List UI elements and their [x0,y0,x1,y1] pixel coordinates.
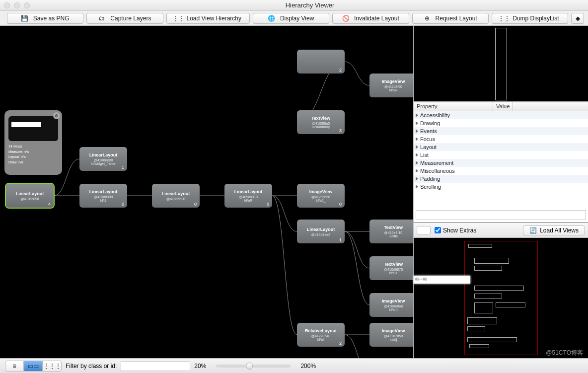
hierarchy-node[interactable]: LinearLayout@413d0390id/dl0 [79,184,127,208]
tooltip-layout: Layout: n/a [8,154,58,160]
view-mode-grid[interactable]: ⋮⋮⋮ [43,361,62,372]
capture-layers-button[interactable]: 🗂Capture Layers [86,13,163,24]
property-panel: Property Value AccessibilityDrawingEvent… [414,101,588,223]
tooltip-views: 14 views [8,144,58,149]
dump-displaylist-button[interactable]: ⋮⋮Dump DisplayList [492,13,568,24]
wf-rect [474,286,524,291]
view-mode-segment: ≡ ▭▭ ⋮⋮⋮ [5,361,62,372]
capture-layers-label: Capture Layers [110,15,151,22]
status-bar: ≡ ▭▭ ⋮⋮⋮ Filter by class or id: 20% 200% [0,358,588,373]
titlebar: Hierarchy Viewer [0,0,588,11]
load-hierarchy-label: Load View Hierarchy [187,15,242,22]
invalidate-layout-label: Invalidate Layout [354,15,399,22]
layers-icon: 🗂 [98,15,105,22]
save-png-label: Save as PNG [33,15,70,22]
hierarchy-node[interactable]: TextView@4108f8a0id/summary3 [297,110,345,134]
property-group[interactable]: Accessibility [414,111,588,119]
hierarchy-node[interactable]: LinearLayout@4160ee88id/widget_frame1 [79,147,127,171]
filter-input[interactable] [121,361,190,371]
tooltip-close-icon[interactable]: ⊗ [53,112,60,119]
load-all-views-label: Load All Views [540,227,579,234]
zoom-thumb[interactable] [246,363,253,370]
hierarchy-canvas[interactable]: ⊗ 14 views Measure: n/a Layout: n/a Draw… [0,26,413,358]
property-group[interactable]: List [414,151,588,159]
show-extras-input[interactable] [435,227,441,233]
list-icon: ⋮⋮ [501,15,508,22]
minimize-icon[interactable] [14,2,20,8]
zoom-max-label: 200% [300,363,316,370]
edges-overlay [0,26,413,358]
wf-rect [474,266,502,271]
tooltip-draw: Draw: n/a [8,160,58,165]
hierarchy-node[interactable]: LinearLayout@416dcb300 [152,184,200,208]
node-tooltip: ⊗ 14 views Measure: n/a Layout: n/a Draw… [4,110,62,175]
hierarchy-node[interactable]: LinearLayout@413cc0984 [6,184,54,208]
wf-rect [467,326,485,331]
load-all-views-button[interactable]: 🔄Load All Views [523,225,585,235]
sidebar: Property Value AccessibilityDrawingEvent… [413,26,588,358]
col-value[interactable]: Value [493,102,513,111]
wf-rect [467,317,497,324]
property-group[interactable]: Events [414,127,588,135]
wf-rect [474,302,493,313]
hierarchy-node[interactable]: RelativeLayout@41228b48id/aIi2 [297,323,345,347]
view-mode-tree[interactable]: ≡ [5,361,24,372]
layout-preview[interactable]: 框一框 [414,238,588,358]
refresh-icon: 🔄 [529,227,537,234]
preview-highlight-label: 框一框 [415,277,427,282]
hierarchy-node[interactable]: LinearLayout@415d7ae81 [297,220,345,243]
property-header: Property Value [414,102,588,111]
hierarchy-node[interactable]: 2 [297,50,345,74]
property-group[interactable]: Measurement [414,159,588,167]
hierarchy-node[interactable]: ImageView@4123cb68id/a2_0 [297,184,345,208]
view-mode-graph[interactable]: ▭▭ [24,361,43,372]
window-controls [4,2,30,8]
request-layout-label: Request Layout [436,15,477,22]
extras-switch[interactable] [417,226,431,234]
wf-rect [469,344,489,348]
invalidate-layout-button[interactable]: 🚫Invalidate Layout [332,13,409,24]
show-extras-checkbox[interactable]: Show Extras [435,227,476,234]
property-group[interactable]: Scrolling [414,183,588,191]
property-group[interactable]: Padding [414,175,588,183]
property-group[interactable]: Drawing [414,119,588,127]
diamond-icon: ◆ [574,15,581,22]
wf-rect [467,337,517,342]
show-extras-label: Show Extras [443,227,476,234]
hierarchy-icon: ⋮⋮ [175,15,182,22]
dump-displaylist-label: Dump DisplayList [513,15,559,22]
zoom-slider[interactable] [216,365,291,368]
hierarchy-node[interactable]: TextView@416e7f10id/title [369,220,413,243]
load-hierarchy-button[interactable]: ⋮⋮Load View Hierarchy [166,13,250,24]
wf-rect [496,302,525,307]
hierarchy-node[interactable]: ImageView@410de8a8id/aIh [369,293,413,317]
display-view-button[interactable]: 🌐Display View [253,13,329,24]
tooltip-measure: Measure: n/a [8,149,58,155]
property-list[interactable]: AccessibilityDrawingEventsFocusLayoutLis… [414,111,588,208]
hierarchy-node[interactable]: ImageView@411c8f90id/aIk [369,74,413,97]
profile-button[interactable]: ◆ [571,13,584,24]
display-view-label: Display View [280,15,314,22]
save-icon: 💾 [21,15,28,22]
property-group[interactable]: Miscellaneous [414,167,588,175]
zoom-icon[interactable] [24,2,30,8]
request-layout-button[interactable]: ⊕Request Layout [412,13,489,24]
toolbar: 💾Save as PNG 🗂Capture Layers ⋮⋮Load View… [0,11,588,26]
property-group[interactable]: Layout [414,143,588,151]
tooltip-text: 14 views Measure: n/a Layout: n/a Draw: … [8,144,58,165]
zoom-min-label: 20% [194,363,206,370]
hierarchy-node[interactable]: ImageView@41107d58id/aIj [369,323,413,347]
close-icon[interactable] [4,2,10,8]
save-png-button[interactable]: 💾Save as PNG [7,13,83,24]
wf-rect [474,258,509,264]
property-group[interactable]: Focus [414,135,588,143]
property-search-input[interactable] [416,210,586,220]
prohibit-icon: 🚫 [342,15,349,22]
col-property[interactable]: Property [414,102,493,111]
hierarchy-node[interactable]: TextView@410d9870id/aI1 [369,256,413,280]
hierarchy-node[interactable]: LinearLayout@409ca318id/aR0 [224,184,272,208]
wf-rect [468,244,492,248]
wireframe-overview[interactable] [414,26,588,101]
target-icon: ⊕ [424,15,431,22]
filter-label: Filter by class or id: [66,363,117,370]
